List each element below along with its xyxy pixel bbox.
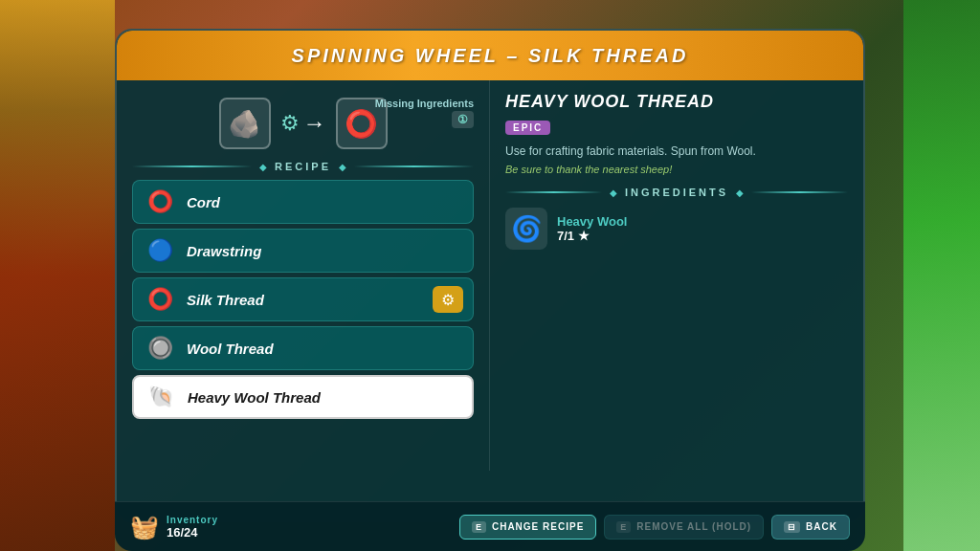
bg-left-panel [0,0,115,551]
item-flavor-text: Be sure to thank the nearest sheep! [505,164,848,175]
panel-title: SPINNING WHEEL – SILK THREAD [292,45,689,67]
ingredients-diamond-right: ◆ [736,187,744,198]
wool-thread-icon: 🔘 [143,331,177,365]
recipe-line-left [132,165,252,167]
item-description: Use for crafting fabric materials. Spun … [505,143,848,160]
ingredients-section-header: ◆ INGREDIENTS ◆ [505,187,848,198]
content-area: 🪨 ⚙ → ⭕ Missing Ingredients ① ◆ RECIPE [117,80,863,471]
item-title: HEAVY WOOL THREAD [505,92,848,112]
rarity-badge: EPIC [505,121,550,135]
silk-thread-icon: ⭕ [143,282,177,317]
recipe-item-cord[interactable]: ⭕ Cord [132,180,474,224]
missing-count: ① [452,111,474,128]
silk-thread-label: Silk Thread [187,292,264,308]
inventory-icon: 🧺 [130,514,159,540]
craft-preview: 🪨 ⚙ → ⭕ Missing Ingredients ① [132,88,474,157]
ingredient-heavy-wool-count: 7/1 ★ [557,229,627,243]
ingredients-line-left [505,191,602,193]
bg-right-panel [903,0,980,551]
remove-all-label: REMOVE ALL (HOLD) [636,521,751,532]
recipe-section-header: ◆ RECIPE ◆ [132,161,474,172]
ingredient-heavy-wool: 🌀 Heavy Wool 7/1 ★ [505,208,848,250]
silk-thread-gear-badge: ⚙ [433,286,463,313]
change-recipe-button[interactable]: E CHANGE RECIPE [459,515,596,540]
left-panel: 🪨 ⚙ → ⭕ Missing Ingredients ① ◆ RECIPE [117,80,490,471]
recipe-label: RECIPE [275,161,331,172]
recipe-item-heavy-wool-thread[interactable]: 🐚 Heavy Wool Thread [132,375,474,419]
ingredient-heavy-wool-name: Heavy Wool [557,214,627,229]
inventory-count: 16/24 [167,525,218,540]
title-bar: SPINNING WHEEL – SILK THREAD [117,31,863,80]
missing-ingredients-label: Missing Ingredients ① [375,98,474,128]
cord-label: Cord [187,194,220,210]
recipe-item-drawstring[interactable]: 🔵 Drawstring [132,229,474,273]
craft-input-box: 🪨 [219,98,271,149]
ingredients-diamond-left: ◆ [610,187,617,198]
inventory-section: 🧺 Inventory 16/24 [130,514,218,540]
arrow-icon: → [303,110,326,137]
ingredient-heavy-wool-info: Heavy Wool 7/1 ★ [557,214,627,243]
bottom-bar: 🧺 Inventory 16/24 E CHANGE RECIPE E REMO… [115,501,865,551]
heavy-wool-ingredient-icon: 🌀 [505,208,547,250]
ingredients-label: INGREDIENTS [625,187,728,198]
gear-badge-icon: ⚙ [441,291,455,309]
inventory-info: Inventory 16/24 [167,515,218,540]
recipe-list: ⭕ Cord 🔵 Drawstring ⭕ Silk Thread ⚙ 🔘 [132,180,474,419]
diamond-left-icon: ◆ [259,162,267,172]
recipe-item-silk-thread[interactable]: ⭕ Silk Thread ⚙ [132,277,474,321]
remove-all-button[interactable]: E REMOVE ALL (HOLD) [604,515,764,540]
heavy-wool-thread-icon: 🐚 [144,380,178,414]
back-key: ⊟ [784,521,800,533]
ingredients-line-right [751,191,848,193]
diamond-right-icon: ◆ [339,162,346,172]
drawstring-label: Drawstring [187,243,261,259]
inventory-label: Inventory [167,515,218,525]
bottom-buttons: E CHANGE RECIPE E REMOVE ALL (HOLD) ⊟ BA… [459,515,850,540]
back-label: BACK [806,521,837,532]
craft-process: ⚙ → [280,110,326,137]
right-panel: HEAVY WOOL THREAD EPIC Use for crafting … [490,80,863,471]
gear-icon: ⚙ [280,111,300,136]
back-button[interactable]: ⊟ BACK [771,515,850,540]
main-panel: SPINNING WHEEL – SILK THREAD 🪨 ⚙ → ⭕ Mis… [115,29,865,522]
wool-thread-label: Wool Thread [187,341,274,357]
remove-all-key: E [616,521,631,533]
recipe-line-right [354,165,474,167]
recipe-item-wool-thread[interactable]: 🔘 Wool Thread [132,326,474,370]
drawstring-icon: 🔵 [143,233,177,268]
craft-output-icon: ⭕ [345,108,378,140]
craft-input-icon: 🪨 [228,108,261,140]
heavy-wool-thread-label: Heavy Wool Thread [188,389,321,406]
cord-icon: ⭕ [143,185,177,219]
change-recipe-label: CHANGE RECIPE [492,521,584,532]
change-recipe-key: E [472,521,486,533]
